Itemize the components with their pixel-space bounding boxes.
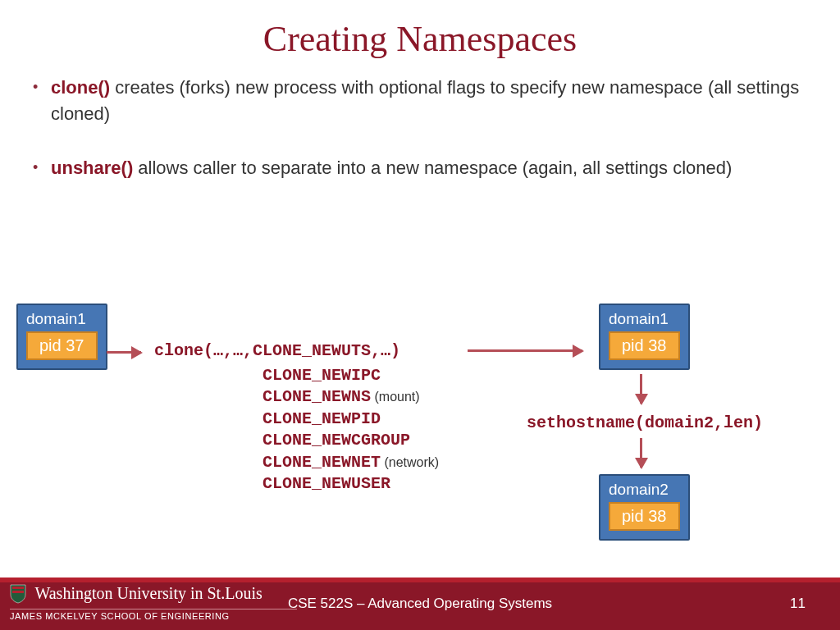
arrow-clone-to-pid38 <box>468 349 582 352</box>
arrow-sethost-to-domain2 <box>640 438 642 468</box>
domain1-label-2: domain1 <box>609 310 680 328</box>
bullet-unshare: unshare() allows caller to separate into… <box>28 155 812 181</box>
bullet-clone-text: creates (forks) new process with optiona… <box>51 77 799 124</box>
keyword-clone: clone() <box>51 77 110 98</box>
course-title: CSE 522S – Advanced Operating Systems <box>0 596 840 612</box>
clone-flags-list: CLONE_NEWIPC CLONE_NEWNS (mount) CLONE_N… <box>262 365 439 495</box>
domain1-label: domain1 <box>26 310 98 328</box>
arrow-pid38-to-sethost <box>640 374 642 404</box>
pid37-box: pid 37 <box>26 331 98 360</box>
page-number: 11 <box>790 596 806 612</box>
flag-newnet-note: (network) <box>384 455 439 469</box>
flag-newpid: CLONE_NEWPID <box>262 409 381 428</box>
sethostname-text: sethostname(domain2,len) <box>527 413 763 432</box>
sethostname-call: sethostname(domain2,len) <box>527 413 763 432</box>
clone-call-text: clone(…,…,CLONE_NEWUTS,…) <box>154 341 400 360</box>
svg-rect-1 <box>12 591 24 593</box>
slide: { "title": "Creating Namespaces", "bulle… <box>0 0 840 630</box>
diagram: domain1 pid 37 clone(…,…,CLONE_NEWUTS,…)… <box>0 304 840 574</box>
flag-newns-note: (mount) <box>374 390 419 404</box>
pid38-box-1: pid 38 <box>609 331 680 360</box>
domain-box-2: domain1 pid 38 <box>599 304 690 370</box>
flag-newcgroup: CLONE_NEWCGROUP <box>262 431 410 450</box>
svg-rect-0 <box>12 587 24 589</box>
slide-title: Creating Namespaces <box>0 0 840 60</box>
flag-newnet: CLONE_NEWNET <box>262 453 381 472</box>
domain2-label: domain2 <box>609 481 680 499</box>
keyword-unshare: unshare() <box>51 158 133 178</box>
school-name: JAMES MCKELVEY SCHOOL OF ENGINEERING <box>10 611 297 621</box>
footer-accent <box>0 578 840 582</box>
flag-newns: CLONE_NEWNS <box>262 387 371 406</box>
pid38-box-2: pid 38 <box>609 502 680 531</box>
slide-body: clone() creates (forks) new process with… <box>0 60 840 181</box>
domain-box-3: domain2 pid 38 <box>599 474 690 541</box>
bullet-clone: clone() creates (forks) new process with… <box>28 75 812 127</box>
flag-newuser: CLONE_NEWUSER <box>262 474 390 493</box>
footer-bar: Washington University in St.Louis JAMES … <box>0 578 840 630</box>
domain-box-1: domain1 pid 37 <box>16 304 107 370</box>
flag-newipc: CLONE_NEWIPC <box>262 366 381 385</box>
bullet-unshare-text: allows caller to separate into a new nam… <box>133 158 732 178</box>
clone-call: clone(…,…,CLONE_NEWUTS,…) <box>154 341 400 360</box>
arrow-pid37-to-clone <box>107 351 141 354</box>
